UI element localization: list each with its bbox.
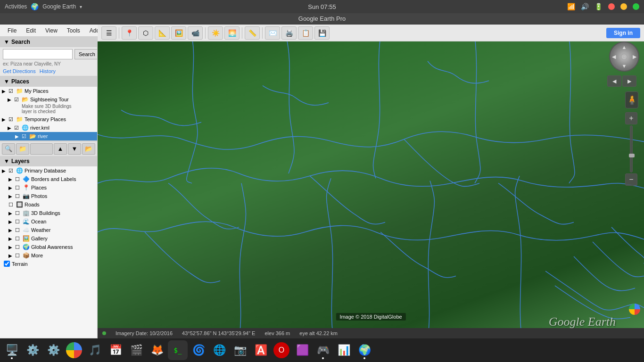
places-header[interactable]: ▼ Places xyxy=(0,76,97,87)
layer-roads[interactable]: ☐ 🔲 Roads xyxy=(0,200,97,209)
tree-item-myplaces[interactable]: ▶ ☑ 📁 My Places xyxy=(0,87,97,95)
sky-btn[interactable]: 🌅 xyxy=(224,26,239,40)
layer-gallery[interactable]: ▶ ☐ 🖼️ Gallery xyxy=(0,234,97,243)
street-view-btn[interactable]: 🧍 xyxy=(625,91,638,108)
ocean-check[interactable]: ☐ xyxy=(15,219,22,225)
tree-item-tempplaces[interactable]: ▶ ☑ 📁 Temporary Places xyxy=(0,115,97,123)
taskbar-finder[interactable]: 🖥️ xyxy=(2,340,22,360)
taskbar-calendar[interactable]: 📅 xyxy=(106,340,125,360)
move-up-btn[interactable]: ▲ xyxy=(54,143,67,155)
menu-file[interactable]: File xyxy=(4,26,20,35)
more-check[interactable]: ☐ xyxy=(15,253,22,259)
tilt-left-btn[interactable]: ◀ xyxy=(607,75,621,87)
email-btn[interactable]: ✉️ xyxy=(265,26,280,40)
tree-item-riverkml[interactable]: ▶ ☑ 🌐 river.kml xyxy=(0,123,97,132)
nav-left-btn[interactable]: ◀ xyxy=(612,54,616,60)
layer-weather[interactable]: ▶ ☐ ☁️ Weather xyxy=(0,226,97,234)
activities-label[interactable]: Activities xyxy=(5,3,27,10)
open-folder-btn[interactable]: 📂 xyxy=(82,143,95,155)
search-sidebar-btn[interactable]: 🔍 xyxy=(2,143,15,155)
roads-check[interactable]: ☐ xyxy=(8,202,15,208)
taskbar-firefox[interactable]: 🦊 xyxy=(147,340,167,360)
history-link[interactable]: History xyxy=(40,68,56,74)
menu-edit[interactable]: Edit xyxy=(22,26,40,35)
layer-more[interactable]: ▶ ☐ 📦 More xyxy=(0,251,97,260)
sidebar-toggle-btn[interactable]: ☰ xyxy=(101,26,116,40)
search-header[interactable]: ▼ Search xyxy=(0,37,97,47)
buildings-check[interactable]: ☐ xyxy=(15,210,22,216)
primarydb-check[interactable]: ☑ xyxy=(8,168,15,174)
tree-item-sightseeing[interactable]: ▶ ☑ 📂 Sightseeing Tour xyxy=(0,95,97,104)
taskbar-opera[interactable]: O xyxy=(273,342,289,358)
ruler-btn[interactable]: 📏 xyxy=(245,26,260,40)
zoom-out-btn[interactable]: − xyxy=(625,173,637,186)
river-check[interactable]: ☑ xyxy=(22,133,28,140)
tree-item-river[interactable]: ▶ ☑ 📂 river xyxy=(0,132,97,140)
layer-borders[interactable]: ▶ ☐ 🔷 Borders and Labels xyxy=(0,175,97,183)
print-btn[interactable]: 🖨️ xyxy=(281,26,297,40)
close-btn[interactable] xyxy=(608,3,615,10)
borders-check[interactable]: ☐ xyxy=(15,176,22,182)
layer-ocean[interactable]: ▶ ☐ 🌊 Ocean xyxy=(0,217,97,226)
taskbar-sysprefs1[interactable]: ⚙️ xyxy=(23,340,42,360)
zoom-in-btn[interactable]: + xyxy=(625,112,637,124)
sun-btn[interactable]: ☀️ xyxy=(208,26,223,40)
app-menu-arrow[interactable]: ▾ xyxy=(80,4,82,9)
record-tour-btn[interactable]: 📹 xyxy=(188,26,203,40)
taskbar-sysprefs2[interactable]: ⚙️ xyxy=(43,340,63,360)
tempplaces-check[interactable]: ☑ xyxy=(8,116,15,123)
myplaces-check[interactable]: ☑ xyxy=(8,88,15,94)
placemark-btn[interactable]: 📍 xyxy=(122,26,137,40)
taskbar-music[interactable]: 🎵 xyxy=(85,340,105,360)
nav-center-btn[interactable]: ⊕ xyxy=(621,53,627,60)
nav-down-btn[interactable]: ▼ xyxy=(622,63,627,69)
terrain-checkbox[interactable] xyxy=(4,261,10,267)
layer-photos[interactable]: ▶ ☐ 📷 Photos xyxy=(0,192,97,200)
menu-tools[interactable]: Tools xyxy=(63,26,84,35)
taskbar-camera[interactable]: 📷 xyxy=(230,340,250,360)
path-btn[interactable]: 📐 xyxy=(155,26,170,40)
get-directions-link[interactable]: Get Directions xyxy=(3,68,36,74)
photos-check[interactable]: ☐ xyxy=(15,193,22,199)
taskbar-appstore[interactable]: 🅰️ xyxy=(251,340,271,360)
overlay-btn[interactable]: 🖼️ xyxy=(171,26,186,40)
max-btn[interactable] xyxy=(633,3,639,10)
taskbar-app1[interactable]: 🌀 xyxy=(189,340,208,360)
terrain-row[interactable]: Terrain xyxy=(0,260,97,268)
signin-button[interactable]: Sign in xyxy=(606,28,640,38)
nav-right-btn[interactable]: ▶ xyxy=(633,54,636,60)
move-down-btn[interactable]: ▼ xyxy=(68,143,81,155)
layer-3dbuildings[interactable]: ▶ ☐ 🏢 3D Buildings xyxy=(0,209,97,217)
menu-view[interactable]: View xyxy=(41,26,61,35)
layers-header[interactable]: ▼ Layers xyxy=(0,156,97,166)
volume-icon[interactable]: 🔊 xyxy=(581,3,589,10)
details-sidebar-btn[interactable] xyxy=(30,143,53,155)
layer-global-awareness[interactable]: ▶ ☐ 🌍 Global Awareness xyxy=(0,243,97,251)
layerplaces-check[interactable]: ☐ xyxy=(15,185,22,191)
gallery-check[interactable]: ☐ xyxy=(15,236,22,242)
nav-ring[interactable]: N ▲ ▼ ◀ ▶ ⊕ xyxy=(610,42,638,71)
taskbar-steam[interactable]: 🎮 xyxy=(313,340,333,360)
network-icon[interactable]: 📶 xyxy=(567,3,575,10)
min-btn[interactable] xyxy=(620,3,627,10)
sightseeing-check[interactable]: ☑ xyxy=(14,97,21,103)
save-image-btn[interactable]: 💾 xyxy=(314,26,330,40)
taskbar-terminal[interactable]: $_ xyxy=(168,340,188,360)
taskbar-vlc[interactable]: 🎬 xyxy=(126,340,146,360)
search-button[interactable]: Search xyxy=(74,49,98,59)
map-area[interactable]: N ▲ ▼ ◀ ▶ ⊕ ◀ ▶ 🧍 + − xyxy=(98,37,644,338)
battery-icon[interactable]: 🔋 xyxy=(594,3,603,10)
layer-primary-db[interactable]: ▶ ☑ 🌐 Primary Database xyxy=(0,166,97,175)
polygon-btn[interactable]: ⬡ xyxy=(138,26,153,40)
search-input[interactable] xyxy=(3,49,73,59)
tilt-right-btn[interactable]: ▶ xyxy=(622,75,636,87)
taskbar-stats[interactable]: 📊 xyxy=(334,340,354,360)
taskbar-chrome[interactable] xyxy=(66,342,82,358)
layer-places[interactable]: ▶ ☐ 📍 Places xyxy=(0,183,97,192)
taskbar-app2[interactable]: 🌐 xyxy=(209,340,229,360)
nav-up-btn[interactable]: ▲ xyxy=(622,44,627,50)
copy-image-btn[interactable]: 📋 xyxy=(298,26,313,40)
taskbar-ge[interactable]: 🌍 xyxy=(355,340,374,360)
weather-check[interactable]: ☐ xyxy=(15,227,22,233)
awareness-check[interactable]: ☐ xyxy=(15,244,22,250)
